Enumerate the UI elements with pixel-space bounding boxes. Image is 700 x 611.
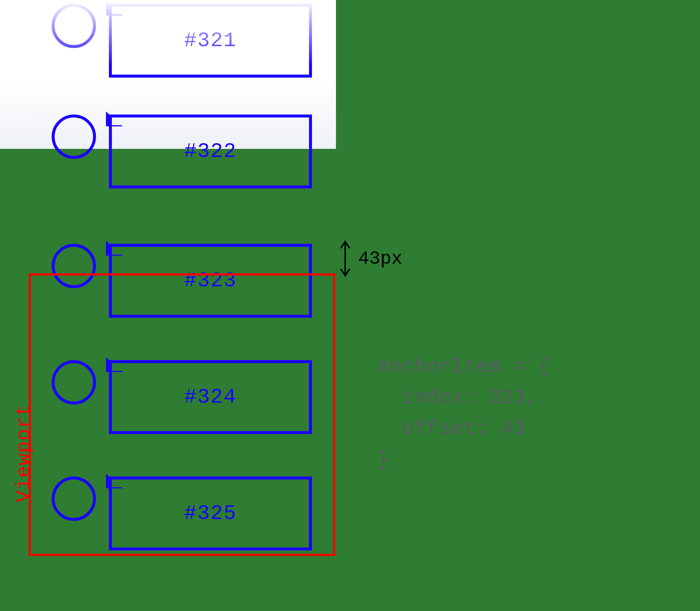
code-line: } bbox=[377, 448, 389, 471]
code-line: anchorItem = { bbox=[377, 355, 550, 378]
avatar-icon bbox=[52, 4, 96, 48]
list-item: #322 bbox=[52, 115, 347, 203]
avatar-icon bbox=[52, 115, 96, 159]
code-line: index: 323, bbox=[377, 386, 538, 409]
code-line: offset: 43 bbox=[377, 417, 525, 440]
offset-measure-icon bbox=[336, 240, 354, 277]
viewport-label: Viewport bbox=[13, 404, 35, 502]
item-id-label: #321 bbox=[184, 29, 237, 52]
list-item: #321 bbox=[52, 4, 347, 92]
message-bubble: #322 bbox=[109, 115, 312, 188]
message-bubble: #321 bbox=[109, 4, 312, 78]
viewport-box bbox=[29, 273, 335, 556]
item-id-label: #322 bbox=[184, 140, 237, 163]
diagram-canvas: #321 #322 #323 #324 bbox=[0, 0, 700, 611]
code-snippet: anchorItem = { index: 323, offset: 43 } bbox=[377, 351, 550, 475]
